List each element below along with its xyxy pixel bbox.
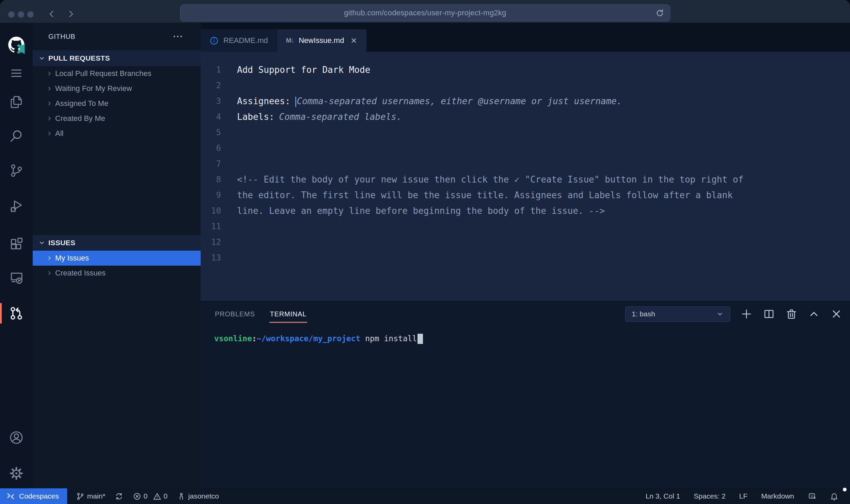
notification-badge bbox=[843, 488, 847, 491]
tree-item-local-pull-request-branches[interactable]: Local Pull Request Branches bbox=[33, 66, 201, 81]
section-issues[interactable]: ISSUES bbox=[33, 235, 201, 251]
editor-line[interactable]: 7 bbox=[201, 156, 850, 172]
feedback-icon[interactable] bbox=[801, 488, 823, 504]
tab-new-issue[interactable]: M↓ NewIssue.md bbox=[277, 29, 367, 52]
tree-item-created-by-me[interactable]: Created By Me bbox=[33, 111, 201, 126]
editor-line[interactable]: 8<!-- Edit the body of your new issue th… bbox=[201, 172, 850, 187]
section-label: ISSUES bbox=[48, 239, 75, 247]
chevron-right-icon bbox=[46, 255, 53, 262]
terminal[interactable]: vsonline:~/workspace/my_project npm inst… bbox=[214, 334, 850, 344]
text-editor[interactable]: 1Add Support for Dark Mode 2 3Assignees:… bbox=[201, 52, 850, 301]
chevron-right-icon bbox=[46, 100, 53, 107]
terminal-shell-select[interactable]: 1: bash bbox=[625, 306, 730, 322]
editor-line[interactable]: 3Assignees:Comma-separated usernames, ei… bbox=[201, 93, 850, 109]
editor-line[interactable]: 13 bbox=[201, 250, 850, 266]
debug-icon[interactable] bbox=[0, 195, 33, 217]
tab-bar: README.md M↓ NewIssue.md bbox=[201, 23, 850, 52]
editor-line[interactable]: 6 bbox=[201, 140, 850, 156]
new-terminal-icon[interactable] bbox=[740, 308, 753, 320]
activity-bar bbox=[0, 23, 33, 488]
github-pull-request-icon[interactable] bbox=[0, 302, 33, 324]
chevron-right-icon bbox=[46, 70, 53, 77]
tab-terminal[interactable]: TERMINAL bbox=[269, 305, 308, 323]
sidebar-header: GITHUB bbox=[33, 23, 201, 50]
status-bar: Codespaces main* 0 0 jasonetco Ln 3, Col… bbox=[0, 488, 850, 504]
tab-readme[interactable]: README.md bbox=[201, 29, 277, 52]
tab-label: README.md bbox=[223, 36, 268, 45]
cursor-position-status[interactable]: Ln 3, Col 1 bbox=[639, 488, 687, 504]
info-icon bbox=[209, 36, 219, 45]
sidebar: GITHUB PULL REQUESTS Local Pull Request … bbox=[33, 23, 201, 488]
language-mode-status[interactable]: Markdown bbox=[754, 488, 801, 504]
text-cursor bbox=[295, 97, 296, 107]
remote-status-codespaces[interactable]: Codespaces bbox=[0, 488, 67, 504]
chevron-down-icon bbox=[716, 310, 724, 318]
problems-status[interactable]: 0 0 bbox=[128, 488, 172, 504]
chevron-right-icon bbox=[46, 85, 53, 92]
settings-gear-icon[interactable] bbox=[0, 462, 33, 484]
more-actions-icon[interactable] bbox=[173, 32, 183, 41]
remote-explorer-icon[interactable] bbox=[0, 267, 33, 288]
editor-group: README.md M↓ NewIssue.md 1Add Support fo… bbox=[201, 23, 850, 488]
editor-line[interactable]: 4Labels:Comma-separated labels. bbox=[201, 109, 850, 125]
chevron-right-icon bbox=[46, 130, 53, 137]
account-icon[interactable] bbox=[0, 427, 33, 448]
explorer-icon[interactable] bbox=[0, 91, 33, 113]
branch-icon bbox=[76, 492, 84, 501]
markdown-icon: M↓ bbox=[286, 37, 294, 44]
menu-icon[interactable] bbox=[0, 62, 33, 84]
section-pull-requests[interactable]: PULL REQUESTS bbox=[33, 50, 201, 66]
editor-line[interactable]: 1Add Support for Dark Mode bbox=[201, 62, 850, 78]
editor-line[interactable]: 11 bbox=[201, 219, 850, 234]
remote-icon bbox=[6, 492, 15, 501]
sync-status[interactable] bbox=[110, 488, 128, 504]
editor-line[interactable]: 9the editor. The first line will be the … bbox=[201, 187, 850, 203]
chevron-right-icon bbox=[46, 115, 53, 122]
sidebar-title: GITHUB bbox=[48, 33, 75, 41]
sync-icon bbox=[115, 492, 123, 501]
eol-status[interactable]: LF bbox=[733, 488, 755, 504]
browser-toolbar: github.com/codespaces/user-my-project-mg… bbox=[0, 0, 850, 23]
browser-window: github.com/codespaces/user-my-project-mg… bbox=[0, 0, 850, 504]
split-terminal-icon[interactable] bbox=[763, 308, 775, 320]
user-status[interactable]: jasonetco bbox=[172, 488, 224, 504]
panel-header: PROBLEMS TERMINAL 1: bash bbox=[201, 302, 850, 326]
close-icon[interactable] bbox=[350, 37, 358, 44]
terminal-cursor bbox=[418, 334, 423, 344]
search-icon[interactable] bbox=[0, 125, 33, 147]
tab-problems[interactable]: PROBLEMS bbox=[214, 305, 256, 323]
extensions-icon[interactable] bbox=[0, 233, 33, 255]
tree-item-waiting-for-my-review[interactable]: Waiting For My Review bbox=[33, 81, 201, 96]
back-icon[interactable] bbox=[48, 10, 56, 18]
editor-line[interactable]: 5 bbox=[201, 125, 850, 140]
source-control-icon[interactable] bbox=[0, 160, 33, 182]
window-zoom-button[interactable] bbox=[27, 11, 34, 18]
chevron-right-icon bbox=[46, 270, 53, 277]
section-label: PULL REQUESTS bbox=[48, 54, 110, 62]
tree-item-all[interactable]: All bbox=[33, 126, 201, 141]
editor-line[interactable]: 10line. Leave an empty line before begin… bbox=[201, 203, 850, 219]
tab-label: NewIssue.md bbox=[299, 36, 344, 45]
chevron-down-icon bbox=[38, 54, 46, 62]
url-text: github.com/codespaces/user-my-project-mg… bbox=[344, 9, 506, 17]
editor-line[interactable]: 2 bbox=[201, 78, 850, 93]
notifications-bell-icon[interactable] bbox=[823, 488, 845, 504]
editor-line[interactable]: 12 bbox=[201, 234, 850, 250]
branch-status[interactable]: main* bbox=[71, 488, 110, 504]
maximize-panel-icon[interactable] bbox=[808, 308, 820, 320]
github-codespaces-logo-icon bbox=[0, 34, 33, 56]
kill-terminal-trash-icon[interactable] bbox=[785, 308, 798, 320]
chevron-down-icon bbox=[38, 239, 46, 247]
forward-icon[interactable] bbox=[67, 10, 75, 18]
error-icon bbox=[133, 492, 141, 501]
tree-item-created-issues[interactable]: Created Issues bbox=[33, 266, 201, 281]
address-bar[interactable]: github.com/codespaces/user-my-project-mg… bbox=[180, 4, 670, 21]
tree-item-assigned-to-me[interactable]: Assigned To Me bbox=[33, 96, 201, 111]
close-panel-icon[interactable] bbox=[830, 308, 843, 320]
indentation-status[interactable]: Spaces: 2 bbox=[687, 488, 732, 504]
window-close-button[interactable] bbox=[8, 11, 15, 18]
bottom-panel: PROBLEMS TERMINAL 1: bash bbox=[201, 301, 850, 488]
reload-icon[interactable] bbox=[655, 9, 664, 18]
window-minimize-button[interactable] bbox=[18, 11, 24, 18]
tree-item-my-issues[interactable]: My Issues bbox=[33, 251, 201, 266]
